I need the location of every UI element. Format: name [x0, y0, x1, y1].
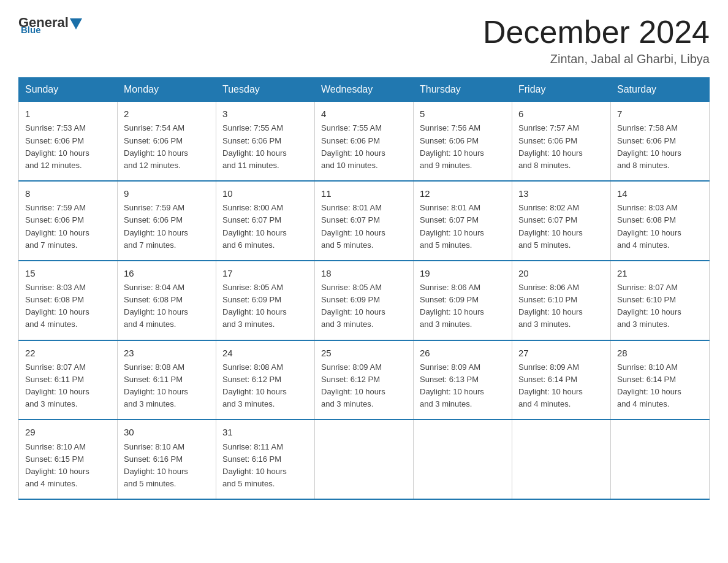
location-text: Zintan, Jabal al Gharbi, Libya	[483, 52, 710, 66]
title-block: December 2024 Zintan, Jabal al Gharbi, L…	[483, 15, 710, 66]
table-row: 7 Sunrise: 7:58 AMSunset: 6:06 PMDayligh…	[611, 102, 710, 181]
day-info: Sunrise: 7:59 AMSunset: 6:06 PMDaylight:…	[25, 202, 111, 251]
table-row: 6 Sunrise: 7:57 AMSunset: 6:06 PMDayligh…	[512, 102, 611, 181]
day-number: 23	[124, 346, 210, 360]
table-row: 14 Sunrise: 8:03 AMSunset: 6:08 PMDaylig…	[611, 181, 710, 261]
day-number: 30	[124, 425, 210, 439]
table-row: 19 Sunrise: 8:06 AMSunset: 6:09 PMDaylig…	[414, 261, 512, 340]
day-info: Sunrise: 7:55 AMSunset: 6:06 PMDaylight:…	[321, 122, 407, 172]
table-row: 9 Sunrise: 7:59 AMSunset: 6:06 PMDayligh…	[118, 181, 216, 261]
table-row: 17 Sunrise: 8:05 AMSunset: 6:09 PMDaylig…	[216, 261, 315, 340]
table-row	[512, 419, 611, 499]
day-number: 19	[420, 266, 506, 280]
col-wednesday: Wednesday	[315, 78, 414, 102]
day-number: 24	[222, 346, 308, 360]
day-info: Sunrise: 7:55 AMSunset: 6:06 PMDaylight:…	[222, 122, 308, 172]
table-row: 26 Sunrise: 8:09 AMSunset: 6:13 PMDaylig…	[414, 340, 512, 420]
col-tuesday: Tuesday	[216, 78, 315, 102]
col-sunday: Sunday	[19, 78, 118, 102]
day-info: Sunrise: 8:03 AMSunset: 6:08 PMDaylight:…	[25, 282, 111, 331]
table-row: 3 Sunrise: 7:55 AMSunset: 6:06 PMDayligh…	[216, 102, 315, 181]
table-row: 13 Sunrise: 8:02 AMSunset: 6:07 PMDaylig…	[512, 181, 611, 261]
day-info: Sunrise: 7:57 AMSunset: 6:06 PMDaylight:…	[518, 122, 604, 172]
day-info: Sunrise: 8:08 AMSunset: 6:12 PMDaylight:…	[222, 361, 308, 411]
day-number: 3	[222, 107, 308, 121]
day-info: Sunrise: 8:06 AMSunset: 6:10 PMDaylight:…	[518, 282, 604, 331]
table-row: 29 Sunrise: 8:10 AMSunset: 6:15 PMDaylig…	[19, 419, 118, 499]
table-row: 1 Sunrise: 7:53 AMSunset: 6:06 PMDayligh…	[19, 102, 118, 181]
day-info: Sunrise: 8:07 AMSunset: 6:10 PMDaylight:…	[617, 282, 703, 331]
table-row: 16 Sunrise: 8:04 AMSunset: 6:08 PMDaylig…	[118, 261, 216, 340]
table-row: 23 Sunrise: 8:08 AMSunset: 6:11 PMDaylig…	[118, 340, 216, 420]
day-info: Sunrise: 8:11 AMSunset: 6:16 PMDaylight:…	[222, 441, 308, 491]
month-title: December 2024	[483, 15, 710, 50]
day-info: Sunrise: 8:02 AMSunset: 6:07 PMDaylight:…	[518, 202, 604, 251]
day-number: 22	[25, 346, 111, 360]
day-info: Sunrise: 8:01 AMSunset: 6:07 PMDaylight:…	[321, 202, 407, 251]
table-row	[315, 419, 414, 499]
day-info: Sunrise: 8:10 AMSunset: 6:14 PMDaylight:…	[617, 361, 703, 411]
day-info: Sunrise: 8:05 AMSunset: 6:09 PMDaylight:…	[222, 282, 308, 331]
day-info: Sunrise: 8:07 AMSunset: 6:11 PMDaylight:…	[25, 361, 111, 411]
col-thursday: Thursday	[414, 78, 512, 102]
day-number: 25	[321, 346, 407, 360]
day-number: 10	[222, 186, 308, 201]
table-row: 12 Sunrise: 8:01 AMSunset: 6:07 PMDaylig…	[414, 181, 512, 261]
table-row: 10 Sunrise: 8:00 AMSunset: 6:07 PMDaylig…	[216, 181, 315, 261]
day-number: 27	[518, 346, 604, 360]
day-number: 28	[617, 346, 703, 360]
day-info: Sunrise: 8:00 AMSunset: 6:07 PMDaylight:…	[222, 202, 308, 251]
table-row: 18 Sunrise: 8:05 AMSunset: 6:09 PMDaylig…	[315, 261, 414, 340]
col-friday: Friday	[512, 78, 611, 102]
day-info: Sunrise: 8:01 AMSunset: 6:07 PMDaylight:…	[420, 202, 506, 251]
table-row: 11 Sunrise: 8:01 AMSunset: 6:07 PMDaylig…	[315, 181, 414, 261]
table-row: 4 Sunrise: 7:55 AMSunset: 6:06 PMDayligh…	[315, 102, 414, 181]
day-info: Sunrise: 8:03 AMSunset: 6:08 PMDaylight:…	[617, 202, 703, 251]
day-number: 20	[518, 266, 604, 280]
day-number: 18	[321, 266, 407, 280]
day-number: 13	[518, 186, 604, 201]
day-info: Sunrise: 8:10 AMSunset: 6:15 PMDaylight:…	[25, 441, 111, 491]
day-info: Sunrise: 8:09 AMSunset: 6:12 PMDaylight:…	[321, 361, 407, 411]
day-number: 26	[420, 346, 506, 360]
day-number: 29	[25, 425, 111, 439]
day-number: 21	[617, 266, 703, 280]
day-info: Sunrise: 8:10 AMSunset: 6:16 PMDaylight:…	[124, 441, 210, 491]
day-number: 4	[321, 107, 407, 121]
day-number: 5	[420, 107, 506, 121]
calendar-week-row: 1 Sunrise: 7:53 AMSunset: 6:06 PMDayligh…	[19, 102, 710, 181]
table-row: 27 Sunrise: 8:09 AMSunset: 6:14 PMDaylig…	[512, 340, 611, 420]
day-number: 7	[617, 107, 703, 121]
day-info: Sunrise: 8:06 AMSunset: 6:09 PMDaylight:…	[420, 282, 506, 331]
logo: General Blue	[18, 15, 83, 35]
col-saturday: Saturday	[611, 78, 710, 102]
table-row: 21 Sunrise: 8:07 AMSunset: 6:10 PMDaylig…	[611, 261, 710, 340]
calendar-header-row: Sunday Monday Tuesday Wednesday Thursday…	[19, 78, 710, 102]
logo-triangle-icon	[70, 18, 82, 29]
day-number: 31	[222, 425, 308, 439]
calendar-week-row: 8 Sunrise: 7:59 AMSunset: 6:06 PMDayligh…	[19, 181, 710, 261]
day-info: Sunrise: 8:04 AMSunset: 6:08 PMDaylight:…	[124, 282, 210, 331]
day-number: 15	[25, 266, 111, 280]
day-info: Sunrise: 8:09 AMSunset: 6:13 PMDaylight:…	[420, 361, 506, 411]
day-info: Sunrise: 7:53 AMSunset: 6:06 PMDaylight:…	[25, 122, 111, 172]
table-row: 30 Sunrise: 8:10 AMSunset: 6:16 PMDaylig…	[118, 419, 216, 499]
day-number: 16	[124, 266, 210, 280]
table-row: 22 Sunrise: 8:07 AMSunset: 6:11 PMDaylig…	[19, 340, 118, 420]
calendar-week-row: 22 Sunrise: 8:07 AMSunset: 6:11 PMDaylig…	[19, 340, 710, 420]
day-number: 9	[124, 186, 210, 201]
day-number: 11	[321, 186, 407, 201]
day-number: 6	[518, 107, 604, 121]
day-info: Sunrise: 8:08 AMSunset: 6:11 PMDaylight:…	[124, 361, 210, 411]
day-info: Sunrise: 7:58 AMSunset: 6:06 PMDaylight:…	[617, 122, 703, 172]
table-row: 28 Sunrise: 8:10 AMSunset: 6:14 PMDaylig…	[611, 340, 710, 420]
table-row: 2 Sunrise: 7:54 AMSunset: 6:06 PMDayligh…	[118, 102, 216, 181]
logo-blue-text: Blue	[21, 25, 41, 35]
day-info: Sunrise: 7:56 AMSunset: 6:06 PMDaylight:…	[420, 122, 506, 172]
table-row: 5 Sunrise: 7:56 AMSunset: 6:06 PMDayligh…	[414, 102, 512, 181]
table-row: 15 Sunrise: 8:03 AMSunset: 6:08 PMDaylig…	[19, 261, 118, 340]
table-row: 31 Sunrise: 8:11 AMSunset: 6:16 PMDaylig…	[216, 419, 315, 499]
table-row: 8 Sunrise: 7:59 AMSunset: 6:06 PMDayligh…	[19, 181, 118, 261]
day-number: 14	[617, 186, 703, 201]
day-info: Sunrise: 8:05 AMSunset: 6:09 PMDaylight:…	[321, 282, 407, 331]
